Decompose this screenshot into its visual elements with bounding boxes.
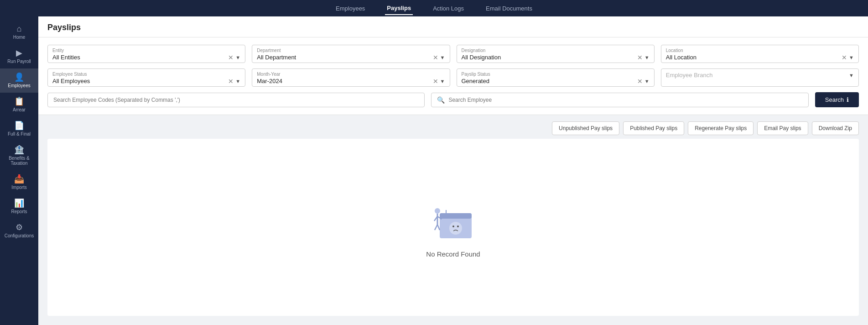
sidebar-item-run-payroll[interactable]: ▶Run Payroll [0, 44, 38, 68]
published-pay-slips-button[interactable]: Published Pay slips [623, 121, 684, 135]
entity-arrow-icon[interactable]: ▼ [235, 55, 240, 60]
sidebar-label-benefits-taxation: Benefits & Taxation [3, 156, 36, 166]
search-employee-icon: 🔍 [437, 96, 445, 104]
top-nav-item-email-documents[interactable]: Email Documents [484, 2, 534, 15]
top-nav: EmployeesPayslipsAction LogsEmail Docume… [0, 0, 868, 16]
sidebar-item-arrear[interactable]: 📋Arrear [0, 93, 38, 117]
sidebar-item-benefits-taxation[interactable]: 🏦Benefits & Taxation [0, 141, 38, 170]
search-employee-wrapper: 🔍 [431, 93, 808, 107]
imports-icon: 📥 [14, 175, 24, 183]
top-nav-item-employees[interactable]: Employees [334, 2, 367, 15]
month-year-arrow-icon[interactable]: ▼ [440, 79, 445, 84]
department-clear-icon[interactable]: ✕ [433, 54, 438, 61]
month-year-clear-icon[interactable]: ✕ [433, 78, 438, 84]
home-icon: ⌂ [17, 25, 22, 33]
payslip-status-clear-icon[interactable]: ✕ [637, 78, 643, 84]
month-year-label: Month-Year [257, 72, 445, 77]
designation-clear-icon[interactable]: ✕ [637, 54, 643, 61]
designation-arrow-icon[interactable]: ▼ [645, 55, 650, 60]
payslip-status-arrow-icon[interactable]: ▼ [645, 79, 650, 84]
sidebar-item-full-final[interactable]: 📄Full & Final [0, 117, 38, 141]
arrear-icon: 📋 [14, 97, 24, 105]
sidebar-item-home[interactable]: ⌂Home [0, 20, 38, 44]
entity-clear-icon[interactable]: ✕ [228, 54, 234, 61]
employee-status-arrow-icon[interactable]: ▼ [235, 79, 240, 84]
employee-status-label: Employee Status [52, 72, 240, 77]
sidebar-item-configurations[interactable]: ⚙Configurations [0, 219, 38, 243]
sidebar-label-imports: Imports [11, 185, 26, 190]
location-arrow-icon[interactable]: ▼ [849, 55, 854, 60]
page-header: Payslips [38, 16, 868, 37]
sidebar-label-configurations: Configurations [5, 233, 34, 238]
sidebar-item-employees[interactable]: 👤Employees [0, 68, 38, 93]
search-employee-input[interactable] [448, 97, 802, 103]
search-row: 🔍 Search ℹ [47, 92, 859, 107]
download-zip-button[interactable]: Download Zip [812, 121, 859, 135]
search-codes-input[interactable] [47, 93, 425, 107]
employee-status-clear-icon[interactable]: ✕ [228, 78, 234, 84]
full-final-icon: 📄 [14, 121, 24, 130]
employee-branch-value: Employee Branch [666, 72, 849, 79]
sidebar-label-run-payroll: Run Payroll [7, 59, 31, 64]
entity-value: All Entities [52, 54, 228, 61]
actions-row: Unpublished Pay slips Published Pay slip… [38, 115, 868, 139]
search-button-icon: ℹ [847, 96, 849, 103]
location-clear-icon[interactable]: ✕ [842, 54, 847, 61]
benefits-taxation-icon: 🏦 [14, 146, 24, 154]
department-arrow-icon[interactable]: ▼ [440, 55, 445, 60]
employee-branch-filter[interactable]: Employee Branch Employee Branch ▼ [661, 68, 859, 87]
no-record-container: No Record Found [426, 197, 481, 258]
search-button[interactable]: Search ℹ [815, 92, 859, 107]
svg-point-3 [452, 225, 454, 227]
filter-row-1: Entity All Entities ✕ ▼ Department All D… [47, 45, 859, 63]
filter-row-2: Employee Status All Employees ✕ ▼ Month-… [47, 68, 859, 87]
svg-point-6 [435, 208, 440, 214]
employee-status-value: All Employees [52, 78, 228, 84]
department-label: Department [257, 48, 445, 53]
content-area: No Record Found [47, 139, 859, 316]
payslip-status-label: Payslip Status [462, 72, 650, 77]
main-content: Payslips Entity All Entities ✕ ▼ [38, 16, 868, 325]
sidebar: ⌂Home▶Run Payroll👤Employees📋Arrear📄Full … [0, 16, 38, 325]
month-year-filter[interactable]: Month-Year Mar-2024 ✕ ▼ [252, 68, 450, 87]
department-filter[interactable]: Department All Department ✕ ▼ [252, 45, 450, 63]
configurations-icon: ⚙ [16, 223, 23, 231]
employee-status-filter[interactable]: Employee Status All Employees ✕ ▼ [47, 68, 245, 87]
search-button-label: Search [825, 96, 844, 103]
employee-branch-arrow-icon[interactable]: ▼ [849, 73, 854, 78]
sidebar-item-reports[interactable]: 📊Reports [0, 194, 38, 219]
top-nav-item-action-logs[interactable]: Action Logs [431, 2, 466, 15]
run-payroll-icon: ▶ [16, 49, 22, 57]
location-filter[interactable]: Location All Location ✕ ▼ [661, 45, 859, 63]
regenerate-pay-slips-button[interactable]: Regenerate Pay slips [688, 121, 754, 135]
sidebar-label-employees: Employees [8, 83, 30, 88]
svg-point-2 [449, 222, 462, 235]
sidebar-label-reports: Reports [11, 209, 27, 214]
month-year-value: Mar-2024 [257, 78, 432, 84]
no-record-text: No Record Found [426, 250, 480, 258]
entity-filter[interactable]: Entity All Entities ✕ ▼ [47, 45, 245, 63]
page-title: Payslips [47, 23, 859, 32]
filters-section: Entity All Entities ✕ ▼ Department All D… [38, 37, 868, 115]
top-nav-item-payslips[interactable]: Payslips [385, 2, 413, 15]
employees-icon: 👤 [14, 73, 24, 81]
sidebar-label-home: Home [13, 35, 26, 40]
no-record-illustration [426, 197, 481, 243]
location-value: All Location [666, 54, 842, 61]
email-pay-slips-button[interactable]: Email Pay slips [757, 121, 808, 135]
payslip-status-filter[interactable]: Payslip Status Generated ✕ ▼ [457, 68, 655, 87]
svg-line-11 [437, 225, 440, 230]
svg-line-10 [435, 225, 437, 230]
svg-point-4 [457, 225, 459, 227]
unpublished-pay-slips-button[interactable]: Unpublished Pay slips [552, 121, 619, 135]
location-label: Location [666, 48, 854, 53]
sidebar-label-arrear: Arrear [13, 107, 26, 112]
designation-filter[interactable]: Designation All Designation ✕ ▼ [457, 45, 655, 63]
entity-label: Entity [52, 48, 240, 53]
sidebar-label-full-final: Full & Final [8, 131, 31, 136]
designation-label: Designation [462, 48, 650, 53]
svg-rect-1 [440, 213, 472, 219]
department-value: All Department [257, 54, 432, 61]
sidebar-item-imports[interactable]: 📥Imports [0, 170, 38, 194]
reports-icon: 📊 [14, 199, 24, 207]
